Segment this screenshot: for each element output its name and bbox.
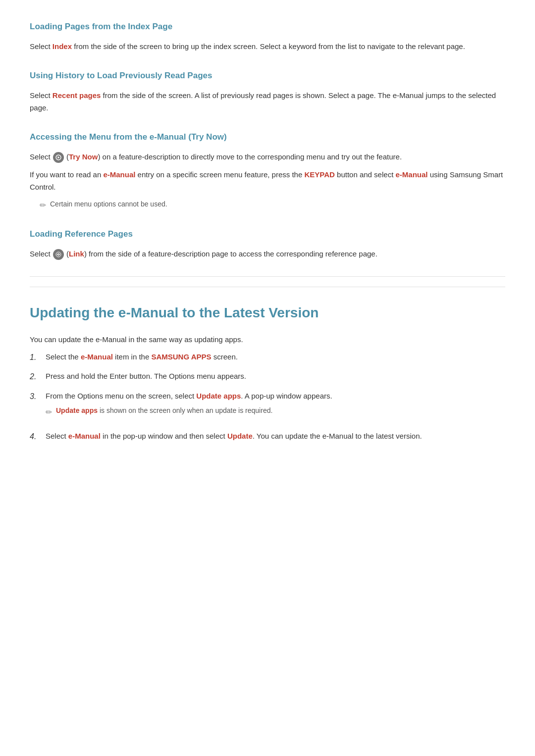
keypad-link[interactable]: KEYPAD — [304, 170, 334, 179]
accessing-menu-section: Accessing the Menu from the e-Manual (Tr… — [30, 130, 505, 211]
accessing-menu-body1: Select (Try Now) on a feature-descriptio… — [30, 151, 505, 163]
link-ref-link[interactable]: Link — [69, 250, 84, 258]
step-content-2: Press and hold the Enter button. The Opt… — [46, 370, 505, 383]
updating-intro: You can update the e-Manual in the same … — [30, 333, 505, 346]
updating-section: Updating the e-Manual to the Latest Vers… — [30, 287, 505, 444]
using-history-section: Using History to Load Previously Read Pa… — [30, 69, 505, 114]
loading-reference-body: Select (Link) from the side of a feature… — [30, 248, 505, 260]
loading-pages-section: Loading Pages from the Index Page Select… — [30, 20, 505, 53]
e-manual-link-step1[interactable]: e-Manual — [81, 353, 113, 361]
loading-pages-body: Select Index from the side of the screen… — [30, 40, 505, 53]
note-pencil-icon: ✏ — [40, 199, 46, 212]
updating-step-2: 2. Press and hold the Enter button. The … — [30, 370, 505, 383]
e-manual-link-step4[interactable]: e-Manual — [68, 432, 101, 440]
updating-step-1: 1. Select the e-Manual item in the SAMSU… — [30, 351, 505, 364]
step-content-3: From the Options menu on the screen, sel… — [46, 390, 505, 424]
samsung-apps-link[interactable]: SAMSUNG APPS — [151, 353, 211, 361]
step3-note: ✏ Update apps is shown on the screen onl… — [46, 405, 505, 419]
note-pencil-icon-2: ✏ — [46, 405, 52, 419]
section-divider — [30, 276, 505, 277]
try-now-icon — [53, 152, 64, 163]
using-history-title: Using History to Load Previously Read Pa… — [30, 69, 505, 82]
step-content-1: Select the e-Manual item in the SAMSUNG … — [46, 351, 505, 364]
update-link-step4[interactable]: Update — [227, 432, 253, 440]
recent-pages-link[interactable]: Recent pages — [53, 91, 101, 100]
update-apps-link-step3[interactable]: Update apps — [196, 392, 241, 400]
try-now-link[interactable]: Try Now — [69, 152, 98, 161]
accessing-menu-body2: If you want to read an e-Manual entry on… — [30, 168, 505, 194]
step-number-1: 1. — [30, 351, 40, 364]
step-number-4: 4. — [30, 430, 40, 443]
accessing-menu-title: Accessing the Menu from the e-Manual (Tr… — [30, 130, 505, 144]
e-manual-link-1[interactable]: e-Manual — [103, 170, 135, 179]
e-manual-link-2[interactable]: e-Manual — [395, 170, 428, 179]
step3-note-text: Update apps is shown on the screen only … — [56, 405, 272, 416]
loading-pages-title: Loading Pages from the Index Page — [30, 20, 505, 33]
accessing-menu-note: ✏ Certain menu options cannot be used. — [40, 199, 505, 212]
step-content-4: Select e-Manual in the pop-up window and… — [46, 430, 505, 443]
using-history-body: Select Recent pages from the side of the… — [30, 89, 505, 114]
updating-title: Updating the e-Manual to the Latest Vers… — [30, 287, 505, 324]
link-icon — [53, 249, 64, 260]
updating-step-3: 3. From the Options menu on the screen, … — [30, 390, 505, 424]
loading-reference-section: Loading Reference Pages Select (Link) fr… — [30, 227, 505, 260]
updating-steps-list: 1. Select the e-Manual item in the SAMSU… — [30, 351, 505, 443]
update-apps-note-link: Update apps — [56, 406, 98, 414]
index-link[interactable]: Index — [53, 42, 72, 50]
loading-reference-title: Loading Reference Pages — [30, 227, 505, 241]
updating-step-4: 4. Select e-Manual in the pop-up window … — [30, 430, 505, 443]
step-number-2: 2. — [30, 370, 40, 383]
accessing-menu-note-text: Certain menu options cannot be used. — [50, 199, 167, 209]
step-number-3: 3. — [30, 390, 40, 424]
